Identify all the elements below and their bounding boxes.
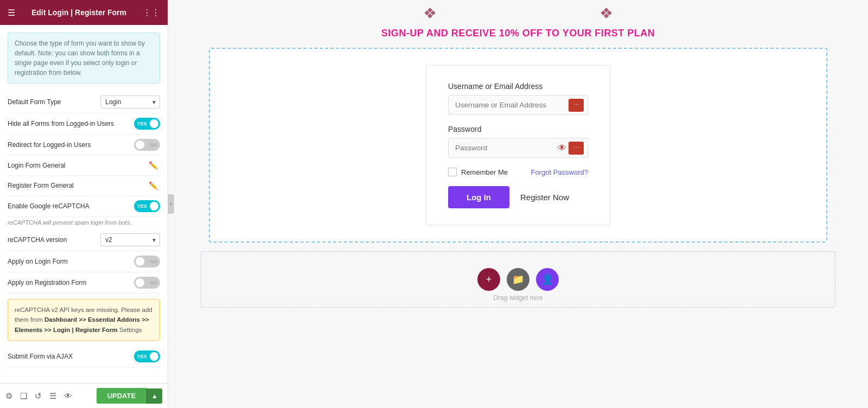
- default-form-type-select[interactable]: Login Register: [100, 95, 160, 109]
- apply-registration-row: Apply on Registration Form NO: [8, 272, 160, 294]
- template-icon[interactable]: ☰: [49, 391, 56, 401]
- fab-face-button[interactable]: 👤: [536, 268, 559, 291]
- default-form-type-row: Default Form Type Login Register ▼: [8, 91, 160, 113]
- footer-icons: ⚙ ❑ ↺ ☰ 👁: [5, 391, 72, 401]
- submit-ajax-row: Submit Form via AJAX YES: [8, 346, 160, 367]
- sidebar-header: ☰ Edit Login | Register Form ⋮⋮: [0, 0, 168, 25]
- redirect-row: Redirect for Logged-in Users NO: [8, 135, 160, 156]
- login-form-general-label: Login Form General: [8, 162, 66, 169]
- enable-recaptcha-row: Enable Google reCAPTCHA YES: [8, 196, 160, 217]
- remember-checkbox[interactable]: [448, 168, 457, 176]
- hide-forms-label: Hide all Forms from Logged-in Users: [8, 120, 114, 127]
- username-action-icon[interactable]: ⋯: [569, 99, 584, 112]
- decorative-top: ❖ ❖: [168, 0, 868, 24]
- remember-label: Remember Me: [461, 168, 508, 176]
- warning-link3[interactable]: Register Form: [75, 327, 118, 333]
- grid-icon[interactable]: ⋮⋮: [143, 8, 160, 18]
- history-icon[interactable]: ↺: [35, 391, 42, 401]
- password-input[interactable]: [448, 138, 588, 158]
- form-widget-container: Username or Email Address ⋯ Password 👁 ⋯: [209, 48, 827, 243]
- enable-recaptcha-toggle[interactable]: YES: [134, 200, 160, 212]
- default-form-type-select-wrapper: Login Register ▼: [100, 95, 160, 109]
- update-btn-group: UPDATE ▲: [97, 388, 162, 404]
- buttons-row: Log In Register Now: [448, 186, 588, 208]
- submit-ajax-toggle[interactable]: YES: [134, 350, 160, 362]
- widget-outer: Username or Email Address ⋯ Password 👁 ⋯: [168, 48, 868, 243]
- bird-right-icon: ❖: [599, 4, 613, 22]
- username-label: Username or Email Address: [448, 82, 588, 91]
- apply-registration-label: Apply on Registration Form: [8, 279, 86, 286]
- update-arrow-button[interactable]: ▲: [146, 388, 162, 404]
- fab-folder-button[interactable]: 📁: [507, 268, 529, 291]
- remember-left: Remember Me: [448, 168, 508, 176]
- sidebar-title: Edit Login | Register Form: [31, 8, 126, 17]
- register-form-general-row: Register Form General ✏️: [8, 176, 160, 196]
- login-form-box: Username or Email Address ⋯ Password 👁 ⋯: [426, 65, 610, 225]
- apply-login-label: Apply on Login Form: [8, 258, 68, 265]
- floating-buttons: + 📁 👤: [477, 268, 559, 291]
- hide-forms-row: Hide all Forms from Logged-in Users YES: [8, 113, 160, 135]
- recaptcha-version-select[interactable]: v2 v3: [100, 233, 160, 246]
- enable-recaptcha-label: Enable Google reCAPTCHA: [8, 202, 90, 210]
- apply-login-toggle[interactable]: NO: [134, 256, 160, 267]
- fab-plus-button[interactable]: +: [477, 268, 500, 291]
- apply-login-row: Apply on Login Form NO: [8, 251, 160, 272]
- password-action-icon[interactable]: ⋯: [569, 142, 584, 155]
- collapse-handle[interactable]: [168, 194, 174, 214]
- info-box: Choose the type of form you want to show…: [8, 33, 160, 84]
- second-widget-area: + 📁 👤 Drag widget here: [201, 251, 835, 308]
- sidebar: ☰ Edit Login | Register Form ⋮⋮ Choose t…: [0, 0, 168, 408]
- eye-footer-icon[interactable]: 👁: [64, 391, 72, 400]
- sidebar-footer: ⚙ ❑ ↺ ☰ 👁 UPDATE ▲: [0, 383, 168, 408]
- hamburger-icon[interactable]: ☰: [8, 8, 15, 18]
- password-field-wrapper: 👁 ⋯: [448, 138, 588, 158]
- login-form-general-edit-btn[interactable]: ✏️: [146, 160, 160, 171]
- password-label: Password: [448, 125, 588, 133]
- apply-registration-toggle[interactable]: NO: [134, 277, 160, 289]
- update-button[interactable]: UPDATE: [97, 388, 146, 404]
- sidebar-content: Choose the type of form you want to show…: [0, 25, 168, 383]
- warning-link1[interactable]: Dashboard >>: [44, 316, 86, 323]
- warning-settings: Settings: [119, 327, 142, 333]
- username-input[interactable]: [448, 95, 588, 115]
- settings-icon[interactable]: ⚙: [5, 391, 12, 401]
- login-button[interactable]: Log In: [448, 186, 509, 208]
- recaptcha-hint: reCAPTCHA will prevent spam login from b…: [8, 217, 160, 229]
- recaptcha-version-row: reCAPTCHA version v2 v3 ▼: [8, 229, 160, 251]
- warning-box: reCAPTCHA v2 API keys are missing. Pleas…: [8, 299, 160, 341]
- login-form-general-row: Login Form General ✏️: [8, 156, 160, 176]
- layers-icon[interactable]: ❑: [20, 391, 27, 401]
- recaptcha-version-label: reCAPTCHA version: [8, 236, 67, 244]
- password-eye-icon[interactable]: 👁: [558, 143, 566, 153]
- redirect-label: Redirect for Logged-in Users: [8, 141, 91, 149]
- remember-row: Remember Me Forgot Password?: [448, 168, 588, 176]
- submit-ajax-label: Submit Form via AJAX: [8, 353, 73, 360]
- username-field-wrapper: ⋯: [448, 95, 588, 115]
- register-now-link[interactable]: Register Now: [520, 193, 569, 202]
- recaptcha-version-select-wrapper: v2 v3 ▼: [100, 233, 160, 246]
- register-form-general-edit-btn[interactable]: ✏️: [146, 180, 160, 191]
- drag-hint: Drag widget here: [493, 294, 542, 302]
- bird-left-icon: ❖: [423, 4, 437, 22]
- signup-banner: SIGN-UP AND RECEIVE 10% OFF TO YOUR FIRS…: [168, 24, 868, 48]
- register-form-general-label: Register Form General: [8, 182, 74, 189]
- hide-forms-toggle[interactable]: YES: [134, 118, 160, 130]
- default-form-type-label: Default Form Type: [8, 98, 61, 106]
- redirect-toggle[interactable]: NO: [134, 139, 160, 151]
- forgot-password-link[interactable]: Forgot Password?: [531, 168, 589, 176]
- main-content: ❖ ❖ SIGN-UP AND RECEIVE 10% OFF TO YOUR …: [168, 0, 868, 408]
